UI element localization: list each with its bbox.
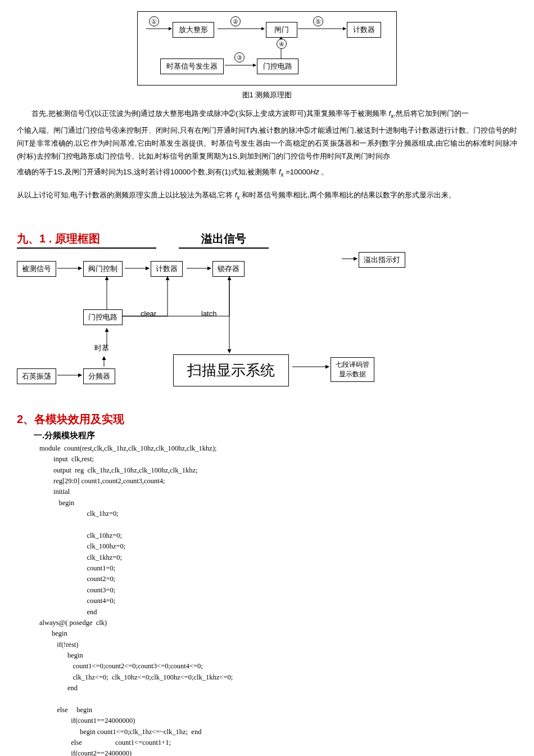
circled-1: ① — [149, 16, 159, 26]
crystal-box: 石英振荡 — [17, 368, 56, 384]
freq-divider-sub-header: 一.分频模块程序 — [34, 430, 517, 441]
gate-circuit-box: 门控电路 — [83, 309, 123, 325]
figure-1-caption: 图1 测频原理图 — [17, 90, 517, 100]
counter-box-2: 计数器 — [151, 261, 183, 277]
timebase-label: 时基 — [94, 343, 109, 353]
block-diagram-2: 被测信号 阀门控制 计数器 锁存器 溢出指示灯 门控电路 clear latch… — [17, 254, 410, 400]
paragraph-3: 准确的等于1S,及闸门开通时间为1S,这时若计得10000个数,则有(1)式知,… — [17, 165, 517, 180]
circled-4: ④ — [277, 39, 287, 49]
paragraph-4: 从以上讨论可知,电子计数器的测频原理实质上以比较法为基础,它将 fx 和时基信号… — [17, 188, 517, 203]
figure-1-diagram: ① 放大整形 ② 闸门 ⑤ 计数器 ④ ③ 时基信号发生器 门控电路 — [137, 11, 397, 86]
clear-label: clear — [141, 309, 156, 318]
measured-signal-box: 被测信号 — [17, 261, 56, 277]
circled-2: ② — [230, 16, 241, 26]
gatectrl-box: 门控电路 — [257, 58, 298, 74]
paragraph-2: 个输入端。闸门通过门控信号④来控制开、闭时间,只有在闸门开通时间T内,被计数的脉… — [17, 124, 517, 163]
timebase-box: 时基信号发生器 — [160, 58, 224, 74]
overflow-signal-header: 溢出信号 — [179, 231, 269, 249]
section-2-header: 2、各模块效用及实现 — [17, 412, 517, 427]
latch-box: 锁存器 — [212, 261, 245, 277]
amp-box: 放大整形 — [173, 22, 214, 38]
circled-3: ③ — [234, 52, 245, 62]
section-9-header: 九、1 . 原理框图 — [17, 231, 156, 249]
circled-5: ⑤ — [313, 16, 323, 26]
overflow-led-box: 溢出指示灯 — [359, 252, 405, 268]
divider-box: 分频器 — [83, 368, 115, 384]
scan-display-box: 扫描显示系统 — [173, 354, 289, 386]
counter-box: 计数器 — [347, 22, 381, 38]
latch-label: latch — [201, 309, 216, 318]
paragraph-1: 首先,把被测信号①(以正弦波为例)通过放大整形电路变成脉冲②(实际上变成方波即可… — [17, 107, 517, 122]
decoder-box: 七段译码管 显示数据 — [331, 357, 374, 382]
gate-control-box: 阀门控制 — [83, 261, 123, 277]
verilog-code-block: module count(rest,clk,clk_1hz,clk_10hz,c… — [39, 443, 517, 756]
gate-box: 闸门 — [266, 22, 297, 38]
